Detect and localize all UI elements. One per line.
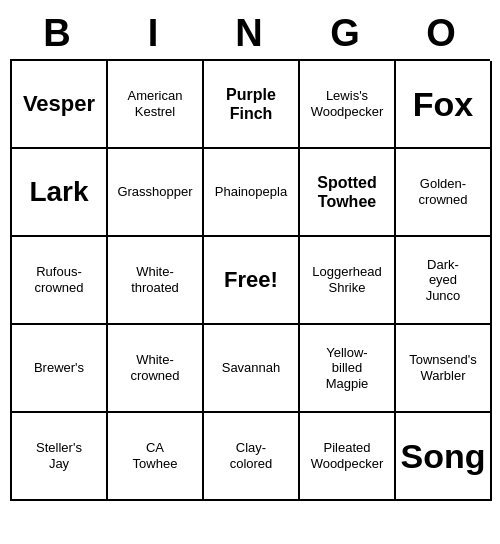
bingo-cell: Savannah (204, 325, 300, 413)
cell-text: White- crowned (130, 352, 179, 383)
header-letter: I (106, 8, 202, 59)
bingo-cell: Purple Finch (204, 61, 300, 149)
cell-text: Song (401, 436, 486, 477)
bingo-cell: Phainopepla (204, 149, 300, 237)
cell-text: American Kestrel (128, 88, 183, 119)
cell-text: Clay- colored (230, 440, 273, 471)
header-letter: G (298, 8, 394, 59)
bingo-cell: Grasshopper (108, 149, 204, 237)
cell-text: Purple Finch (226, 85, 276, 123)
cell-text: Grasshopper (117, 184, 192, 200)
bingo-cell: Pileated Woodpecker (300, 413, 396, 501)
bingo-card: BINGO VesperAmerican KestrelPurple Finch… (10, 8, 490, 501)
cell-text: Vesper (23, 91, 95, 117)
header-letter: B (10, 8, 106, 59)
bingo-cell: Townsend's Warbler (396, 325, 492, 413)
bingo-cell: American Kestrel (108, 61, 204, 149)
bingo-cell: Rufous- crowned (12, 237, 108, 325)
bingo-cell: Brewer's (12, 325, 108, 413)
bingo-cell: Lark (12, 149, 108, 237)
cell-text: Spotted Towhee (317, 173, 377, 211)
bingo-cell: Loggerhead Shrike (300, 237, 396, 325)
cell-text: Fox (413, 84, 473, 125)
cell-text: Townsend's Warbler (409, 352, 477, 383)
bingo-cell: Lewis's Woodpecker (300, 61, 396, 149)
bingo-cell: Spotted Towhee (300, 149, 396, 237)
bingo-cell: Yellow- billed Magpie (300, 325, 396, 413)
bingo-cell: White- crowned (108, 325, 204, 413)
cell-text: Yellow- billed Magpie (326, 345, 369, 392)
bingo-cell: CA Towhee (108, 413, 204, 501)
cell-text: Dark- eyed Junco (426, 257, 461, 304)
cell-text: Lark (29, 175, 88, 209)
cell-text: Savannah (222, 360, 281, 376)
cell-text: Golden- crowned (418, 176, 467, 207)
cell-text: CA Towhee (133, 440, 178, 471)
cell-text: Pileated Woodpecker (311, 440, 384, 471)
bingo-cell: White- throated (108, 237, 204, 325)
bingo-cell: Golden- crowned (396, 149, 492, 237)
bingo-cell: Clay- colored (204, 413, 300, 501)
cell-text: White- throated (131, 264, 179, 295)
cell-text: Steller's Jay (36, 440, 82, 471)
bingo-cell: Dark- eyed Junco (396, 237, 492, 325)
cell-text: Loggerhead Shrike (312, 264, 381, 295)
bingo-cell: Fox (396, 61, 492, 149)
bingo-cell: Steller's Jay (12, 413, 108, 501)
header-letter: O (394, 8, 490, 59)
cell-text: Lewis's Woodpecker (311, 88, 384, 119)
bingo-cell: Vesper (12, 61, 108, 149)
header-letter: N (202, 8, 298, 59)
cell-text: Phainopepla (215, 184, 287, 200)
cell-text: Rufous- crowned (34, 264, 83, 295)
bingo-cell: Song (396, 413, 492, 501)
bingo-cell: Free! (204, 237, 300, 325)
cell-text: Brewer's (34, 360, 84, 376)
cell-text: Free! (224, 267, 278, 293)
bingo-header: BINGO (10, 8, 490, 59)
bingo-grid: VesperAmerican KestrelPurple FinchLewis'… (10, 59, 490, 501)
